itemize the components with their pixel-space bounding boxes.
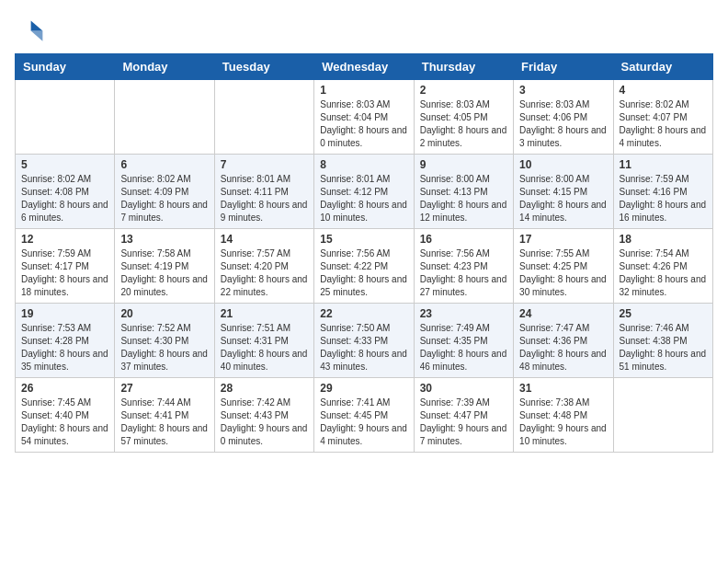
calendar-week-row: 12 Sunrise: 7:59 AMSunset: 4:17 PMDaylig…: [16, 229, 713, 304]
day-number: 3: [519, 84, 607, 97]
calendar-weekday-header: Saturday: [613, 54, 712, 80]
day-number: 18: [620, 233, 707, 246]
day-number: 8: [320, 158, 407, 171]
day-info: Sunrise: 7:54 AMSunset: 4:26 PMDaylight:…: [620, 248, 707, 297]
logo: [15, 15, 48, 44]
calendar-weekday-header: Friday: [514, 54, 613, 80]
day-number: 10: [519, 158, 607, 171]
day-number: 5: [21, 158, 108, 171]
day-info: Sunrise: 7:56 AMSunset: 4:23 PMDaylight:…: [420, 248, 507, 297]
day-number: 19: [21, 307, 108, 320]
day-info: Sunrise: 8:00 AMSunset: 4:15 PMDaylight:…: [519, 174, 607, 223]
day-info: Sunrise: 7:38 AMSunset: 4:48 PMDaylight:…: [519, 397, 607, 446]
calendar-cell: 7 Sunrise: 8:01 AMSunset: 4:11 PMDayligh…: [214, 155, 313, 229]
day-number: 6: [120, 158, 208, 171]
day-info: Sunrise: 7:45 AMSunset: 4:40 PMDaylight:…: [21, 397, 108, 446]
page-header: [15, 15, 713, 44]
calendar-cell: 17 Sunrise: 7:55 AMSunset: 4:25 PMDaylig…: [514, 229, 613, 304]
calendar-weekday-header: Monday: [115, 54, 214, 80]
day-number: 29: [320, 382, 407, 395]
day-number: 22: [320, 307, 407, 320]
calendar-cell: 29 Sunrise: 7:41 AMSunset: 4:45 PMDaylig…: [314, 378, 414, 453]
calendar-cell: 5 Sunrise: 8:02 AMSunset: 4:08 PMDayligh…: [16, 155, 115, 229]
day-number: 2: [420, 84, 507, 97]
day-number: 24: [519, 307, 607, 320]
calendar-cell: 28 Sunrise: 7:42 AMSunset: 4:43 PMDaylig…: [214, 378, 313, 453]
calendar-weekday-header: Tuesday: [214, 54, 313, 80]
day-number: 30: [420, 382, 507, 395]
calendar-cell: 22 Sunrise: 7:50 AMSunset: 4:33 PMDaylig…: [314, 304, 414, 378]
calendar-cell: [115, 80, 214, 155]
day-number: 21: [221, 307, 308, 320]
day-info: Sunrise: 8:03 AMSunset: 4:05 PMDaylight:…: [420, 99, 507, 148]
calendar-cell: 19 Sunrise: 7:53 AMSunset: 4:28 PMDaylig…: [16, 304, 115, 378]
calendar-weekday-header: Sunday: [16, 54, 115, 80]
calendar-cell: 30 Sunrise: 7:39 AMSunset: 4:47 PMDaylig…: [414, 378, 513, 453]
calendar-cell: 25 Sunrise: 7:46 AMSunset: 4:38 PMDaylig…: [613, 304, 712, 378]
day-info: Sunrise: 8:00 AMSunset: 4:13 PMDaylight:…: [420, 174, 507, 223]
calendar-week-row: 5 Sunrise: 8:02 AMSunset: 4:08 PMDayligh…: [16, 155, 713, 229]
day-number: 12: [21, 233, 108, 246]
day-number: 28: [221, 382, 308, 395]
day-number: 14: [221, 233, 308, 246]
day-info: Sunrise: 7:56 AMSunset: 4:22 PMDaylight:…: [320, 248, 407, 297]
day-number: 17: [519, 233, 607, 246]
calendar-weekday-header: Wednesday: [314, 54, 414, 80]
calendar-cell: 4 Sunrise: 8:02 AMSunset: 4:07 PMDayligh…: [613, 80, 712, 155]
day-number: 13: [120, 233, 208, 246]
calendar-cell: 26 Sunrise: 7:45 AMSunset: 4:40 PMDaylig…: [16, 378, 115, 453]
day-info: Sunrise: 8:03 AMSunset: 4:06 PMDaylight:…: [519, 99, 607, 148]
calendar-cell: 3 Sunrise: 8:03 AMSunset: 4:06 PMDayligh…: [514, 80, 613, 155]
day-info: Sunrise: 7:47 AMSunset: 4:36 PMDaylight:…: [519, 323, 607, 372]
day-number: 27: [120, 382, 208, 395]
calendar-cell: 15 Sunrise: 7:56 AMSunset: 4:22 PMDaylig…: [314, 229, 414, 304]
day-info: Sunrise: 8:03 AMSunset: 4:04 PMDaylight:…: [320, 99, 407, 148]
calendar-week-row: 26 Sunrise: 7:45 AMSunset: 4:40 PMDaylig…: [16, 378, 713, 453]
day-info: Sunrise: 7:53 AMSunset: 4:28 PMDaylight:…: [21, 323, 108, 372]
calendar-cell: [16, 80, 115, 155]
calendar-cell: 27 Sunrise: 7:44 AMSunset: 4:41 PMDaylig…: [115, 378, 214, 453]
calendar-cell: 6 Sunrise: 8:02 AMSunset: 4:09 PMDayligh…: [115, 155, 214, 229]
calendar-cell: 13 Sunrise: 7:58 AMSunset: 4:19 PMDaylig…: [115, 229, 214, 304]
day-info: Sunrise: 7:50 AMSunset: 4:33 PMDaylight:…: [320, 323, 407, 372]
day-number: 7: [221, 158, 308, 171]
day-number: 23: [420, 307, 507, 320]
calendar-cell: 2 Sunrise: 8:03 AMSunset: 4:05 PMDayligh…: [414, 80, 513, 155]
calendar-cell: 9 Sunrise: 8:00 AMSunset: 4:13 PMDayligh…: [414, 155, 513, 229]
calendar-cell: 20 Sunrise: 7:52 AMSunset: 4:30 PMDaylig…: [115, 304, 214, 378]
svg-marker-0: [31, 20, 43, 30]
calendar-cell: 10 Sunrise: 8:00 AMSunset: 4:15 PMDaylig…: [514, 155, 613, 229]
calendar-cell: 11 Sunrise: 7:59 AMSunset: 4:16 PMDaylig…: [613, 155, 712, 229]
day-number: 9: [420, 158, 507, 171]
day-number: 31: [519, 382, 607, 395]
day-number: 16: [420, 233, 507, 246]
calendar-weekday-header: Thursday: [414, 54, 513, 80]
calendar-cell: 16 Sunrise: 7:56 AMSunset: 4:23 PMDaylig…: [414, 229, 513, 304]
calendar-cell: [214, 80, 313, 155]
logo-icon: [15, 15, 44, 44]
day-info: Sunrise: 7:58 AMSunset: 4:19 PMDaylight:…: [120, 248, 208, 297]
day-info: Sunrise: 7:59 AMSunset: 4:16 PMDaylight:…: [620, 174, 707, 223]
day-info: Sunrise: 7:55 AMSunset: 4:25 PMDaylight:…: [519, 248, 607, 297]
day-number: 26: [21, 382, 108, 395]
day-info: Sunrise: 7:59 AMSunset: 4:17 PMDaylight:…: [21, 248, 108, 297]
day-number: 4: [620, 84, 707, 97]
day-number: 1: [320, 84, 407, 97]
calendar-cell: 8 Sunrise: 8:01 AMSunset: 4:12 PMDayligh…: [314, 155, 414, 229]
day-info: Sunrise: 7:49 AMSunset: 4:35 PMDaylight:…: [420, 323, 507, 372]
calendar-cell: 12 Sunrise: 7:59 AMSunset: 4:17 PMDaylig…: [16, 229, 115, 304]
day-number: 25: [620, 307, 707, 320]
calendar-week-row: 19 Sunrise: 7:53 AMSunset: 4:28 PMDaylig…: [16, 304, 713, 378]
day-info: Sunrise: 7:41 AMSunset: 4:45 PMDaylight:…: [320, 397, 407, 446]
day-number: 15: [320, 233, 407, 246]
calendar-week-row: 1 Sunrise: 8:03 AMSunset: 4:04 PMDayligh…: [16, 80, 713, 155]
day-info: Sunrise: 7:52 AMSunset: 4:30 PMDaylight:…: [120, 323, 208, 372]
calendar-cell: 18 Sunrise: 7:54 AMSunset: 4:26 PMDaylig…: [613, 229, 712, 304]
day-info: Sunrise: 8:02 AMSunset: 4:09 PMDaylight:…: [120, 174, 208, 223]
day-info: Sunrise: 8:01 AMSunset: 4:11 PMDaylight:…: [221, 174, 308, 223]
day-info: Sunrise: 7:57 AMSunset: 4:20 PMDaylight:…: [221, 248, 308, 297]
day-info: Sunrise: 7:42 AMSunset: 4:43 PMDaylight:…: [221, 397, 308, 446]
calendar-cell: 14 Sunrise: 7:57 AMSunset: 4:20 PMDaylig…: [214, 229, 313, 304]
day-number: 20: [120, 307, 208, 320]
calendar-cell: 24 Sunrise: 7:47 AMSunset: 4:36 PMDaylig…: [514, 304, 613, 378]
